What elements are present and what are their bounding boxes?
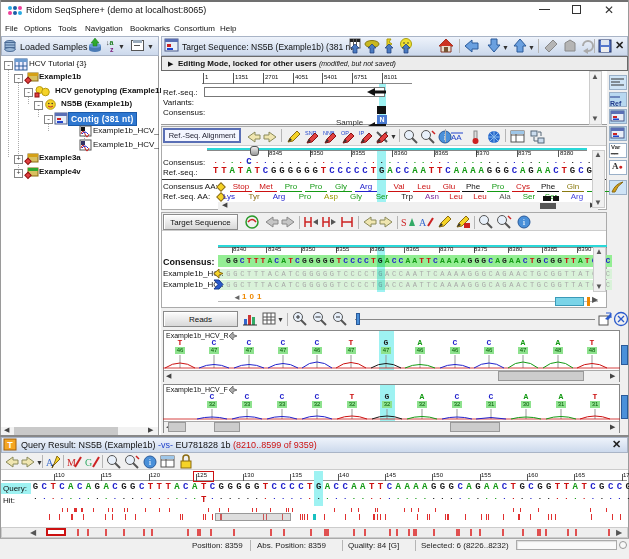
svg-text:IP: IP: [359, 130, 365, 136]
svg-text:A: A: [419, 217, 427, 228]
svg-text:T: T: [7, 440, 13, 450]
svg-text:S: S: [401, 217, 407, 228]
svg-text:G: G: [85, 457, 92, 468]
svg-text:AA: AA: [451, 133, 462, 142]
svg-text:OP: OP: [341, 130, 349, 136]
